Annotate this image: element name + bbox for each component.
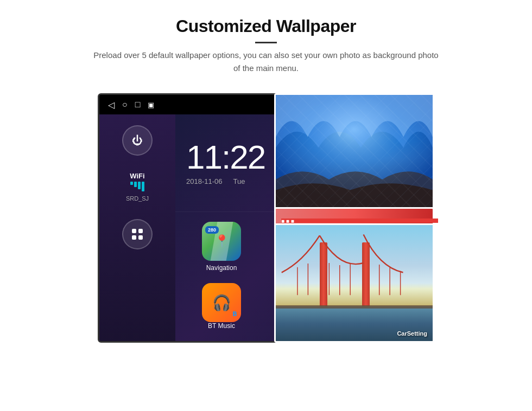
navigation-icon: 280 📍 <box>202 222 241 261</box>
headphone-glyph: 🎧 <box>212 294 231 312</box>
power-button[interactable]: ⏻ <box>122 125 153 156</box>
wifi-network: SRD_SJ <box>126 195 149 202</box>
wifi-label: WiFi <box>126 172 149 180</box>
subtitle: Preload over 5 default wallpaper options… <box>90 49 442 75</box>
left-sidebar: ⏻ WiFi SRD_SJ <box>99 114 175 341</box>
wifi-bar-4 <box>142 182 144 191</box>
wallpaper-previews: ■ ■ ■ <box>271 93 434 343</box>
red-strip <box>281 219 438 223</box>
clock-date-value: 2018-11-06 <box>186 177 223 185</box>
grid-dot <box>138 229 143 233</box>
map-pin-icon: 📍 <box>214 234 229 248</box>
clock-date: 2018-11-06 Tue <box>186 177 283 185</box>
wifi-info: WiFi SRD_SJ <box>126 172 149 203</box>
screenshot-icon[interactable]: ▣ <box>148 101 154 109</box>
ice-texture <box>276 95 433 211</box>
power-icon: ⏻ <box>132 134 143 147</box>
car-setting-label: CarSetting <box>397 330 427 337</box>
bt-badge: ʙ <box>232 309 237 318</box>
wallpaper-ice <box>274 93 434 213</box>
app-item-btmusic[interactable]: 🎧 ʙ BT Music <box>181 277 262 336</box>
wifi-bars <box>126 182 149 191</box>
device-section: ◁ ○ □ ▣ ♦ ▲ 11:22 ⏻ <box>98 93 434 343</box>
app-item-navigation[interactable]: 280 📍 Navigation <box>181 217 262 276</box>
wifi-bar-2 <box>134 182 137 187</box>
clock-display: 11:22 <box>186 140 283 174</box>
wifi-bar-3 <box>138 182 141 189</box>
back-icon[interactable]: ◁ <box>108 100 115 110</box>
home-icon[interactable]: ○ <box>122 100 128 110</box>
title-section: Customized Wallpaper Preload over 5 defa… <box>90 16 442 75</box>
bridge-cables-svg <box>276 225 433 341</box>
apps-grid-icon <box>132 229 143 240</box>
title-divider <box>255 42 277 43</box>
map-badge: 280 <box>205 226 219 234</box>
status-left: ◁ ○ □ ▣ <box>108 100 154 110</box>
navigation-label: Navigation <box>206 264 237 272</box>
clock-day-value: Tue <box>233 177 245 185</box>
grid-dot <box>132 229 136 233</box>
apps-drawer-button[interactable] <box>122 219 153 249</box>
recent-icon[interactable]: □ <box>135 100 141 110</box>
btmusic-icon: 🎧 ʙ <box>202 283 241 322</box>
ice-cave-bg <box>276 95 433 211</box>
bridge-scene <box>276 225 433 341</box>
btmusic-label: BT Music <box>208 322 235 330</box>
car-strip-label: ■ ■ ■ <box>281 218 294 224</box>
grid-dot <box>138 235 143 240</box>
grid-dot <box>132 235 136 240</box>
page-title: Customized Wallpaper <box>90 16 442 36</box>
wifi-bar-1 <box>130 182 133 185</box>
page-container: Customized Wallpaper Preload over 5 defa… <box>0 0 532 411</box>
wallpaper-bridge: CarSetting <box>274 223 434 343</box>
